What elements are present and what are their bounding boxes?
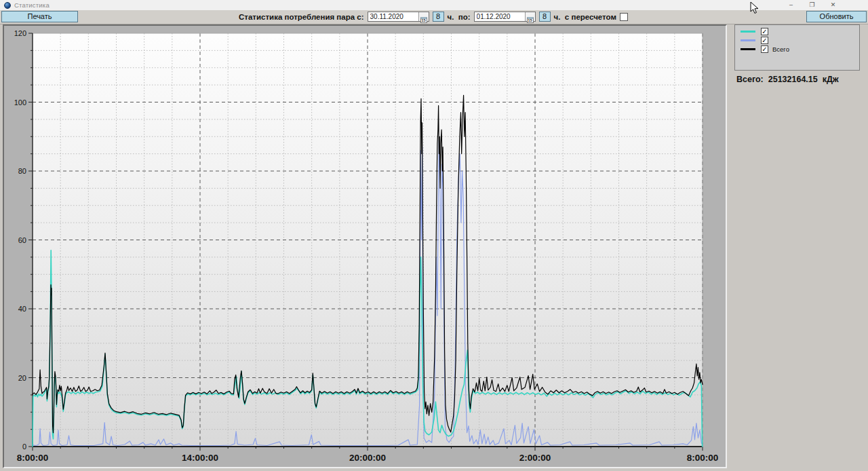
calendar-icon: 15 — [420, 17, 427, 23]
hour-from-field[interactable]: 8 — [433, 12, 444, 22]
total-value: 25132164.15 — [768, 75, 818, 84]
title-bar: Статистика – ❐ ✕ — [0, 0, 868, 10]
print-button[interactable]: Печать — [1, 11, 78, 22]
total-color-swatch — [741, 48, 755, 50]
date-to-field[interactable]: 15 — [474, 12, 536, 22]
minimize-button[interactable]: – — [781, 0, 802, 10]
statistics-title-label: Статистика потребления пара с: — [239, 13, 364, 21]
total-unit: кДж — [823, 75, 839, 84]
date-to-input[interactable] — [475, 13, 524, 21]
total-visibility-checkbox[interactable]: ✓ — [761, 45, 768, 53]
toolbar-filter-group: Статистика потребления пара с: 15 8 ч. п… — [239, 11, 628, 22]
line2-visibility-checkbox[interactable]: ✓ — [761, 37, 768, 44]
line1-color-swatch — [741, 31, 755, 33]
svg-text:0: 0 — [22, 442, 26, 451]
svg-text:8:00:00: 8:00:00 — [17, 453, 49, 463]
window-controls: – ❐ ✕ — [781, 0, 844, 10]
steam-consumption-chart: 0204060801001208:00:0014:00:0020:00:002:… — [4, 26, 726, 467]
svg-text:80: 80 — [18, 167, 26, 175]
maximize-button[interactable]: ❐ — [802, 0, 823, 10]
close-button[interactable]: ✕ — [823, 0, 844, 10]
total-label: Всего — [772, 45, 789, 53]
svg-text:40: 40 — [18, 305, 26, 313]
legend-item-line2: ✓ — [741, 36, 859, 44]
svg-text:14:00:00: 14:00:00 — [182, 453, 218, 463]
recalc-checkbox[interactable] — [620, 13, 628, 21]
svg-text:8:00:00: 8:00:00 — [687, 453, 719, 463]
total-caption: Всего: — [736, 75, 764, 84]
date-to-calendar-button[interactable]: 15 — [525, 12, 535, 21]
line1-visibility-checkbox[interactable]: ✓ — [761, 28, 768, 35]
app-icon — [4, 2, 11, 9]
date-from-field[interactable]: 15 — [368, 12, 429, 22]
svg-text:100: 100 — [14, 98, 26, 107]
total-value-line: Всего: 25132164.15 кДж — [736, 75, 839, 84]
calendar-icon: 15 — [527, 17, 534, 23]
toolbar: Печать Статистика потребления пара с: 15… — [0, 10, 868, 24]
legend-panel: ✓ ✓ ✓ Всего — [734, 24, 860, 71]
line2-color-swatch — [741, 39, 755, 41]
svg-text:2:00:00: 2:00:00 — [519, 453, 551, 463]
legend-item-total: ✓ Всего — [741, 45, 859, 53]
hour-to-field[interactable]: 8 — [539, 12, 551, 22]
svg-text:60: 60 — [18, 236, 26, 244]
date-from-input[interactable] — [368, 13, 418, 21]
chart-panel: 0204060801001208:00:0014:00:0020:00:002:… — [3, 24, 727, 468]
hours-to-label: ч. по: — [448, 13, 471, 21]
svg-text:20:00:00: 20:00:00 — [349, 453, 386, 463]
mouse-cursor — [750, 1, 760, 15]
window-title: Статистика — [14, 1, 50, 9]
svg-text:20: 20 — [18, 374, 26, 382]
svg-text:120: 120 — [14, 29, 26, 37]
date-from-calendar-button[interactable]: 15 — [418, 12, 429, 21]
legend-item-line1: ✓ — [741, 27, 859, 35]
refresh-button[interactable]: Обновить — [806, 11, 867, 22]
recalc-label: ч. с пересчетом — [554, 13, 616, 21]
